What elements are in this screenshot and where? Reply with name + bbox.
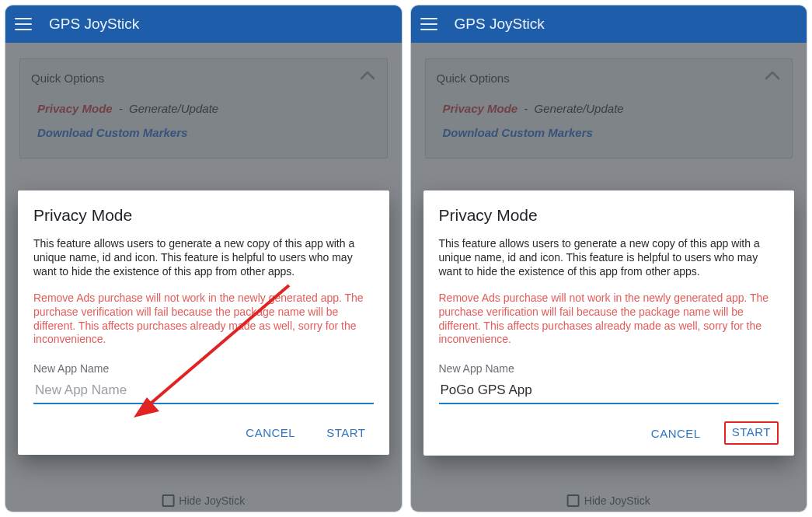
appbar-title: GPS JoyStick <box>49 16 139 33</box>
privacy-dialog: Privacy Mode This feature allows users t… <box>18 190 389 455</box>
cancel-button[interactable]: CANCEL <box>238 421 303 444</box>
cancel-button[interactable]: CANCEL <box>643 422 709 445</box>
app-name-label: New App Name <box>439 362 779 375</box>
dialog-actions: CANCEL START <box>33 404 374 455</box>
appbar: GPS JoyStick <box>5 5 402 43</box>
menu-icon[interactable] <box>15 18 32 30</box>
start-button-highlight: START <box>724 421 779 445</box>
dialog-actions: CANCEL START <box>439 404 779 456</box>
dialog-warning: Remove Ads purchase will not work in the… <box>439 292 779 348</box>
privacy-dialog: Privacy Mode This feature allows users t… <box>423 190 795 456</box>
dialog-body: This feature allows users to generate a … <box>439 237 779 279</box>
app-name-input[interactable] <box>33 379 374 404</box>
dialog-title: Privacy Mode <box>33 206 374 225</box>
dialog-body: This feature allows users to generate a … <box>33 237 374 279</box>
dialog-warning: Remove Ads purchase will not work in the… <box>33 292 374 348</box>
appbar-title: GPS JoyStick <box>455 16 545 33</box>
app-name-label: New App Name <box>33 362 374 375</box>
phone-left: GPS JoyStick Quick Options Privacy Mode … <box>5 5 403 512</box>
start-button[interactable]: START <box>732 425 771 438</box>
dialog-title: Privacy Mode <box>439 206 779 225</box>
phone-right: GPS JoyStick Quick Options Privacy Mode … <box>410 5 808 512</box>
app-name-input[interactable] <box>439 379 779 404</box>
appbar: GPS JoyStick <box>411 5 807 43</box>
start-button[interactable]: START <box>319 421 373 444</box>
menu-icon[interactable] <box>420 18 437 30</box>
